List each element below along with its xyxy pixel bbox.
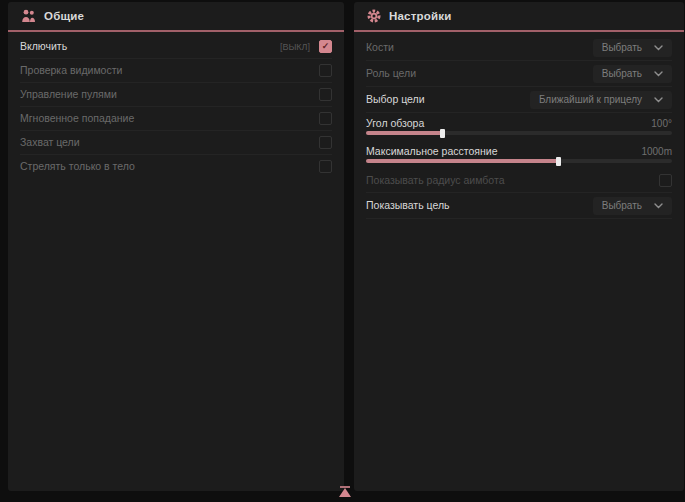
option-label: Захват цели <box>20 137 80 148</box>
row-visibility-check: Проверка видимости ✓ <box>20 59 332 83</box>
fov-slider[interactable] <box>366 131 672 135</box>
row-body-only: Стрелять только в тело ✓ <box>20 155 332 178</box>
option-label: Мгновенное попадание <box>20 113 134 124</box>
slider-handle[interactable] <box>440 129 445 138</box>
row-target-role: Роль цели Выбрать <box>366 61 672 87</box>
target-selection-dropdown[interactable]: Ближайший к прицелу <box>530 91 672 109</box>
row-show-target: Показывать цель Выбрать <box>366 193 672 219</box>
option-label: Стрелять только в тело <box>20 161 135 172</box>
option-label: Управление пулями <box>20 89 117 100</box>
dropdown-value: Выбрать <box>602 69 642 79</box>
general-panel: Общие Включить [ВЫКЛ] ✓ Проверка видимос… <box>8 2 344 491</box>
enable-checkbox[interactable]: ✓ <box>319 40 332 53</box>
option-label: Выбор цели <box>366 94 425 105</box>
row-fov: Угол обзора 100° <box>366 113 672 135</box>
panel-title: Настройки <box>389 10 451 22</box>
row-enable: Включить [ВЫКЛ] ✓ <box>20 35 332 59</box>
settings-panel-header: Настройки <box>354 2 684 30</box>
row-max-distance: Максимальное расстояние 1000m <box>366 141 672 163</box>
settings-panel: Настройки Кости Выбрать Роль цели Выбрат… <box>354 2 684 491</box>
target-role-dropdown[interactable]: Выбрать <box>593 65 672 83</box>
chevron-down-icon <box>654 45 663 51</box>
option-label: Проверка видимости <box>20 65 122 76</box>
visibility-check-checkbox[interactable]: ✓ <box>319 64 332 77</box>
dropdown-value: Выбрать <box>602 201 642 211</box>
users-icon <box>21 9 36 23</box>
option-label: Угол обзора <box>366 118 424 129</box>
general-panel-header: Общие <box>8 2 344 30</box>
option-label: Максимальное расстояние <box>366 146 497 157</box>
gear-icon <box>367 9 381 23</box>
option-label: Роль цели <box>366 68 416 79</box>
option-label: Показывать радиус аимбота <box>366 175 505 186</box>
bones-dropdown[interactable]: Выбрать <box>593 39 672 57</box>
max-distance-slider[interactable] <box>366 159 672 163</box>
keybind-label: [ВЫКЛ] <box>280 42 310 52</box>
option-label: Кости <box>366 42 394 53</box>
slider-fill <box>366 159 559 163</box>
bullet-control-checkbox[interactable]: ✓ <box>319 88 332 101</box>
slider-fill <box>366 131 443 135</box>
row-instant-hit: Мгновенное попадание ✓ <box>20 107 332 131</box>
dropdown-value: Выбрать <box>602 43 642 53</box>
instant-hit-checkbox[interactable]: ✓ <box>319 112 332 125</box>
chevron-down-icon <box>654 97 663 103</box>
panel-title: Общие <box>44 10 84 22</box>
row-bullet-control: Управление пулями ✓ <box>20 83 332 107</box>
row-target-lock: Захват цели ✓ <box>20 131 332 155</box>
option-label: Показывать цель <box>366 200 450 211</box>
cursor-icon <box>339 488 351 497</box>
option-label: Включить <box>20 41 67 52</box>
checkmark-icon: ✓ <box>322 42 330 51</box>
dropdown-value: Ближайший к прицелу <box>539 95 642 105</box>
row-bones: Кости Выбрать <box>366 35 672 61</box>
show-target-dropdown[interactable]: Выбрать <box>593 197 672 215</box>
chevron-down-icon <box>654 71 663 77</box>
body-only-checkbox[interactable]: ✓ <box>319 160 332 173</box>
row-target-selection: Выбор цели Ближайший к прицелу <box>366 87 672 113</box>
slider-value: 100° <box>651 118 672 129</box>
row-show-aimbot-radius: Показывать радиус аимбота ✓ <box>366 169 672 193</box>
slider-handle[interactable] <box>556 157 561 166</box>
slider-value: 1000m <box>641 146 672 157</box>
target-lock-checkbox[interactable]: ✓ <box>319 136 332 149</box>
chevron-down-icon <box>654 203 663 209</box>
show-aimbot-radius-checkbox[interactable]: ✓ <box>659 174 672 187</box>
